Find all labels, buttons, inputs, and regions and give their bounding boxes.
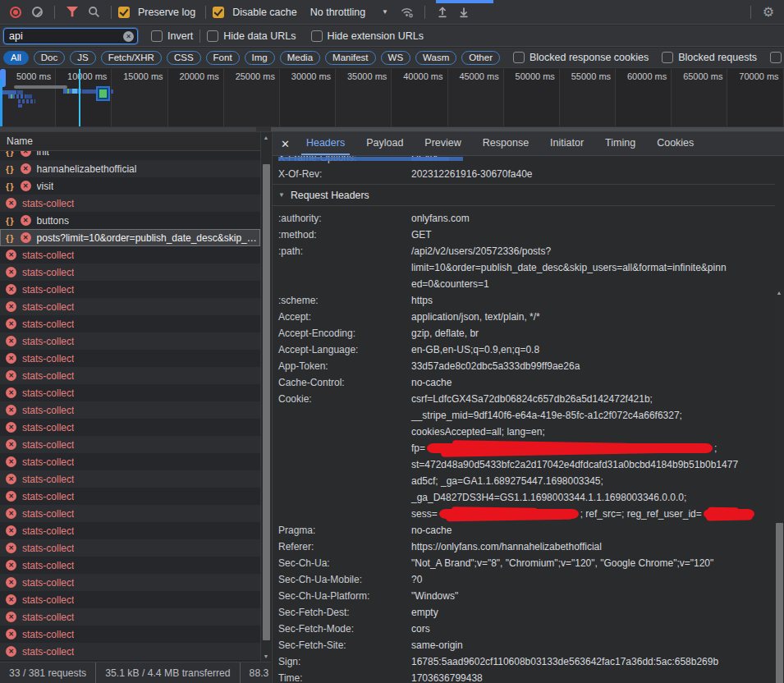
request-row[interactable]: {} ✕ hannahelizabethofficial bbox=[0, 160, 260, 177]
details-scrollbar-thumb[interactable] bbox=[776, 523, 783, 683]
request-row[interactable]: {} ✕ init bbox=[0, 151, 260, 160]
header-value-line: onlyfans.com bbox=[411, 210, 775, 227]
scroll-up-icon[interactable]: ▲ bbox=[774, 290, 784, 296]
request-row[interactable]: {} ✕ stats-collect bbox=[0, 643, 260, 660]
error-icon: ✕ bbox=[6, 336, 16, 346]
details-tab[interactable]: Cookies bbox=[652, 132, 699, 155]
clear-input-icon[interactable]: ✕ bbox=[123, 31, 134, 42]
details-scrollbar[interactable]: ▲ ▼ bbox=[774, 288, 784, 683]
error-icon: ✕ bbox=[21, 163, 31, 174]
request-row[interactable]: {} ✕ stats-collect bbox=[0, 350, 260, 367]
filter-pill[interactable]: CSS bbox=[167, 51, 201, 65]
request-row[interactable]: {} ✕ stats-collect bbox=[0, 436, 260, 453]
filter-pill[interactable]: Doc bbox=[34, 51, 65, 65]
request-row[interactable]: {} ✕ stats-collect bbox=[0, 298, 260, 315]
request-row[interactable]: {} ✕ stats-collect bbox=[0, 574, 260, 591]
request-row[interactable]: {} ✕ stats-collect bbox=[0, 281, 260, 298]
request-row[interactable]: {} ✕ stats-collect bbox=[0, 453, 260, 470]
overview-scrollbar[interactable] bbox=[0, 126, 784, 132]
third-party-requests-checkbox[interactable]: 3rd-party requests bbox=[770, 52, 784, 63]
filter-pill[interactable]: Img bbox=[245, 51, 275, 65]
filter-pill[interactable]: Media bbox=[280, 51, 320, 65]
blocked-requests-checkbox[interactable]: Blocked requests bbox=[662, 52, 757, 63]
overview-scrollbar-thumb[interactable] bbox=[0, 127, 256, 131]
filter-pill[interactable]: Wasm bbox=[415, 51, 456, 65]
details-tab[interactable]: Response bbox=[478, 132, 534, 155]
request-header-name: Referer: bbox=[278, 539, 411, 555]
request-row[interactable]: {} ✕ stats-collect bbox=[0, 332, 260, 350]
export-har-button[interactable] bbox=[453, 2, 475, 22]
details-tab[interactable]: Timing bbox=[600, 132, 640, 155]
request-row[interactable]: {} ✕ buttons bbox=[0, 212, 260, 229]
settings-button[interactable]: ⚙ bbox=[758, 2, 779, 22]
header-value-line: /api2/v2/users/20572336/posts? bbox=[411, 243, 775, 259]
requests-scrollbar[interactable]: ▲ ▼ bbox=[260, 132, 271, 662]
close-icon[interactable]: ✕ bbox=[281, 138, 290, 150]
request-row[interactable]: {} ✕ stats-collect bbox=[0, 608, 260, 626]
filter-input[interactable]: api ✕ bbox=[3, 28, 138, 44]
request-row[interactable]: {} ✕ stats-collect bbox=[0, 315, 260, 332]
request-row[interactable]: {} ✕ stats-collect bbox=[0, 539, 260, 557]
filter-pill[interactable]: Font bbox=[206, 51, 240, 65]
record-button[interactable] bbox=[5, 2, 26, 22]
request-row[interactable]: {} ✕ visit bbox=[0, 177, 260, 195]
filter-pill[interactable]: Fetch/XHR bbox=[101, 51, 162, 65]
overview-scrollbar-thumb[interactable] bbox=[271, 127, 784, 131]
timeline-column: 35000 ms bbox=[336, 69, 392, 126]
search-button[interactable] bbox=[83, 2, 104, 22]
request-header-row: Accept-Language: en-GB,en-US;q=0.9,en;q=… bbox=[273, 342, 775, 358]
blocked-response-cookies-checkbox[interactable]: Blocked response cookies bbox=[513, 52, 649, 63]
scroll-down-icon[interactable]: ▼ bbox=[261, 653, 271, 659]
json-icon: {} bbox=[6, 181, 15, 191]
request-row[interactable]: {} ✕ stats-collect bbox=[0, 470, 260, 488]
status-bar-item: 88.3 kB bbox=[240, 662, 271, 683]
request-row[interactable]: {} ✕ stats-collect bbox=[0, 367, 260, 384]
requests-scrollbar-thumb[interactable] bbox=[263, 164, 270, 640]
disable-cache-checkbox[interactable]: Disable cache bbox=[213, 7, 300, 18]
request-row[interactable]: {} ✕ stats-collect bbox=[0, 505, 260, 522]
filter-pill[interactable]: JS bbox=[70, 51, 95, 65]
header-value-line: application/json, text/plain, */* bbox=[411, 309, 775, 325]
clear-button[interactable] bbox=[26, 2, 48, 22]
preserve-log-checkbox[interactable]: Preserve log bbox=[118, 7, 199, 18]
request-row[interactable]: {} ✕ posts?limit=10&order=publish_date_d… bbox=[0, 229, 260, 246]
filter-toggle-button[interactable] bbox=[62, 2, 83, 22]
request-row[interactable]: {} ✕ stats-collect bbox=[0, 264, 260, 281]
import-har-button[interactable] bbox=[432, 2, 453, 22]
request-row[interactable]: {} ✕ stats-collect bbox=[0, 522, 260, 539]
name-column-header[interactable]: Name bbox=[0, 132, 271, 151]
request-row[interactable]: {} ✕ stats-collect bbox=[0, 195, 260, 212]
request-row[interactable]: {} ✕ stats-collect bbox=[0, 626, 260, 643]
network-status-bar: 33 / 381 requests35.1 kB / 4.4 MB transf… bbox=[0, 662, 271, 683]
request-row[interactable]: {} ✕ stats-collect bbox=[0, 488, 260, 505]
timeline-column: 45000 ms bbox=[448, 69, 504, 126]
filter-pill[interactable]: Manifest bbox=[325, 51, 375, 65]
blocked-requests-label: Blocked requests bbox=[678, 52, 757, 63]
hide-extension-urls-label: Hide extension URLs bbox=[328, 30, 424, 42]
request-row[interactable]: {} ✕ stats-collect bbox=[0, 401, 260, 419]
request-row[interactable]: {} ✕ stats-collect bbox=[0, 384, 260, 401]
hide-data-urls-checkbox[interactable]: Hide data URLs bbox=[207, 30, 296, 42]
throttling-select[interactable]: No throttling ▼ bbox=[307, 7, 397, 18]
timeline-column: 30000 ms bbox=[280, 69, 336, 126]
request-row[interactable]: {} ✕ stats-collect bbox=[0, 591, 260, 608]
filter-pill[interactable]: WS bbox=[381, 51, 411, 65]
details-tab[interactable]: Initiator bbox=[545, 132, 589, 155]
request-row[interactable]: {} ✕ stats-collect bbox=[0, 557, 260, 574]
request-headers-section-header[interactable]: ▼ Request Headers bbox=[273, 185, 775, 206]
record-icon bbox=[10, 7, 21, 18]
request-row[interactable]: {} ✕ stats-collect bbox=[0, 419, 260, 436]
header-value-line: https bbox=[411, 292, 775, 309]
filter-pill[interactable]: Other bbox=[461, 51, 500, 65]
network-overview-timeline[interactable]: 5000 ms 10000 ms 15000 ms 20000 ms 25000… bbox=[0, 69, 784, 126]
request-row[interactable]: {} ✕ stats-collect bbox=[0, 246, 260, 264]
request-header-value: 16785:5aad9602cf110608b03133de563642fac1… bbox=[411, 653, 775, 670]
filter-pill[interactable]: All bbox=[3, 51, 29, 65]
invert-checkbox[interactable]: Invert bbox=[151, 30, 193, 42]
details-tab[interactable]: Headers bbox=[301, 132, 350, 155]
details-tab[interactable]: Payload bbox=[361, 132, 408, 155]
scroll-up-icon[interactable]: ▲ bbox=[261, 135, 271, 140]
hide-extension-urls-checkbox[interactable]: Hide extension URLs bbox=[311, 30, 424, 42]
network-conditions-button[interactable] bbox=[397, 2, 418, 22]
details-tab[interactable]: Preview bbox=[420, 132, 465, 155]
